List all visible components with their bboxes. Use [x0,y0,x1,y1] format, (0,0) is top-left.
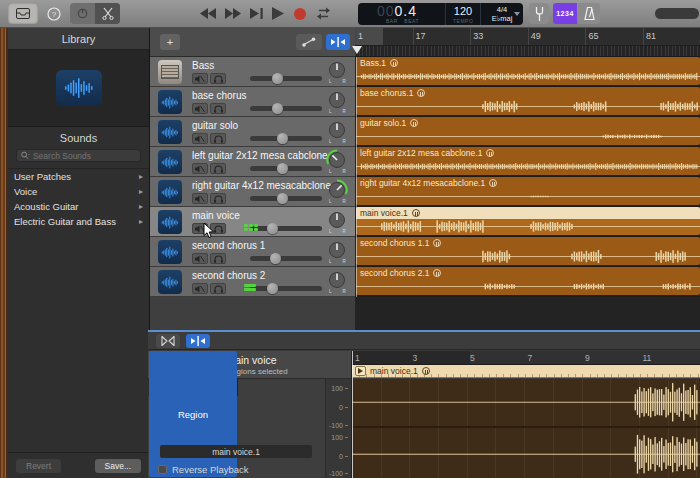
library-list-item[interactable]: Voice ▸ [8,184,149,199]
editor-region-strip[interactable]: main voice.1 [352,365,700,378]
editor-catch-playhead-button[interactable] [186,334,210,348]
pan-knob[interactable]: L R [324,119,350,145]
library-list-item[interactable]: User Patches ▸ [8,169,149,184]
library-toggle-button[interactable] [8,3,38,24]
solo-button[interactable] [210,253,226,264]
pan-knob[interactable]: L R [324,179,350,205]
library-list-item[interactable]: Acoustic Guitar ▸ [8,199,149,214]
solo-button[interactable] [210,73,226,84]
track-row[interactable]: main voice L R [150,207,355,237]
quick-help-button[interactable]: ? [42,3,66,24]
pan-knob[interactable]: L R [324,149,350,175]
track-row[interactable]: base chorus L R [150,87,355,117]
editors-button[interactable] [95,3,120,24]
automation-button[interactable] [296,34,322,50]
audio-region[interactable]: base chorus.1 [356,87,700,115]
revert-button[interactable]: Revert [16,459,61,473]
audio-region[interactable]: guitar solo.1 [356,117,700,145]
volume-thumb[interactable] [267,223,278,234]
library-list-item[interactable]: Electric Guitar and Bass ▸ [8,214,149,229]
main-ruler[interactable]: 11733496581 [355,28,700,46]
flex-time-button[interactable] [156,334,180,348]
pan-knob[interactable]: L R [324,239,350,265]
fast-forward-button[interactable] [225,8,241,19]
smart-controls-button[interactable] [70,3,95,24]
amp-photo-icon [158,60,182,84]
track-row[interactable]: right guitar 4x12 mesacabclone L R [150,177,355,207]
volume-thumb[interactable] [267,283,278,294]
audio-region[interactable]: right guitar 4x12 mesacabclone.1 [356,177,700,205]
volume-thumb[interactable] [277,133,288,144]
catch-playhead-button[interactable] [326,34,350,50]
track-row[interactable]: guitar solo L R [150,117,355,147]
followed-tempo-icon [417,89,425,97]
rewind-button[interactable] [200,8,216,19]
mute-button[interactable] [192,253,208,264]
tuner-button[interactable] [529,3,549,24]
mute-button[interactable] [192,283,208,294]
region-name-field[interactable]: main voice.1 [160,445,312,458]
track-row[interactable]: Bass L R [150,57,355,87]
search-input[interactable] [33,151,136,161]
mute-button[interactable] [192,163,208,174]
volume-slider[interactable] [250,256,322,261]
solo-button[interactable] [210,193,226,204]
record-button[interactable] [293,7,307,21]
audio-region[interactable]: second chorus 2.1 [356,267,700,295]
volume-thumb[interactable] [272,103,283,114]
mute-button[interactable] [192,73,208,84]
tab-region[interactable]: Region [149,351,237,477]
solo-button[interactable] [210,133,226,144]
audio-region[interactable]: Bass.1 [356,57,700,85]
volume-slider[interactable] [250,286,322,291]
track-icon [158,90,182,114]
editor-scale-column: 1000-1001000-100 [325,379,351,478]
pan-knob[interactable]: L R [324,269,350,295]
volume-thumb[interactable] [270,253,281,264]
pan-knob[interactable]: L R [324,89,350,115]
lcd-display[interactable]: 000.4 BAR BEAT 120 TEMPO 4/4 E♭maj [358,3,523,25]
audio-region[interactable]: main voice.1 [356,207,700,235]
region-play-icon[interactable] [355,366,366,376]
editor-tabs: Track Region [148,379,351,396]
lcd-chevron-down-icon[interactable] [514,12,520,16]
reverse-playback-checkbox[interactable] [158,465,167,474]
volume-slider[interactable] [250,196,322,201]
search-sounds-field[interactable] [16,149,141,162]
track-row[interactable]: left guitar 2x12 mesa cabclone L R [150,147,355,177]
volume-slider[interactable] [250,76,322,81]
metronome-button[interactable] [578,3,600,24]
save-button[interactable]: Save... [95,459,141,473]
editor-waveform-display[interactable] [352,379,700,478]
pan-knob[interactable]: L R [324,209,350,235]
count-in-button[interactable]: 1234 [553,3,577,24]
mute-button[interactable] [192,133,208,144]
audio-region[interactable]: second chorus 1.1 [356,237,700,265]
volume-slider[interactable] [250,166,322,171]
editor-ruler[interactable]: 1357911 [352,351,700,365]
track-row[interactable]: second chorus 1 L R [150,237,355,267]
solo-button[interactable] [210,283,226,294]
audio-waveform-icon [160,186,180,199]
track-row[interactable]: second chorus 2 L R [150,267,355,297]
cycle-button[interactable] [316,7,331,20]
solo-button[interactable] [210,163,226,174]
ruler-beat-strip[interactable] [355,46,700,57]
play-button[interactable] [272,7,284,20]
add-track-button[interactable]: + [160,34,180,50]
volume-slider[interactable] [250,226,322,231]
volume-thumb[interactable] [272,73,283,84]
volume-slider[interactable] [250,136,322,141]
volume-slider[interactable] [250,106,322,111]
playhead-handle[interactable] [352,46,362,54]
mute-button[interactable] [192,193,208,204]
ruler-label: 65 [588,31,598,41]
audio-region[interactable]: left guitar 2x12 mesa cabclone.1 [356,147,700,175]
skip-to-end-button[interactable] [250,8,263,19]
volume-thumb[interactable] [277,193,288,204]
mute-button[interactable] [192,103,208,114]
volume-thumb[interactable] [277,163,288,174]
pan-knob[interactable]: L R [324,59,350,85]
master-volume-slider[interactable] [655,8,699,19]
solo-button[interactable] [210,103,226,114]
